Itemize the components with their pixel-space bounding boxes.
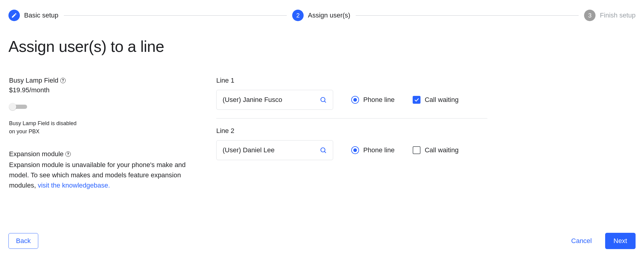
svg-point-2 [321, 148, 325, 152]
next-button[interactable]: Next [605, 233, 636, 249]
check-icon [414, 97, 419, 103]
line-1-block: Line 1 (User) Janine Fusco Phone line [216, 77, 487, 110]
back-button[interactable]: Back [8, 233, 38, 249]
step-label-finish: Finish setup [600, 11, 636, 19]
step-label-basic: Basic setup [24, 11, 58, 19]
line-1-user-picker[interactable]: (User) Janine Fusco [216, 90, 333, 110]
step-badge-future: 3 [584, 10, 596, 21]
help-icon[interactable]: ? [65, 151, 71, 157]
radio-label: Phone line [363, 96, 395, 104]
busy-lamp-section: Busy Lamp Field ? $19.95/month Busy Lamp… [9, 77, 189, 136]
step-connector [64, 15, 287, 16]
step-finish-setup: 3 Finish setup [584, 10, 636, 21]
line-2-user-picker[interactable]: (User) Daniel Lee [216, 140, 333, 160]
search-icon [320, 96, 327, 103]
line-2-label: Line 2 [216, 127, 487, 135]
line-1-phone-line-radio[interactable]: Phone line [351, 96, 395, 104]
busy-lamp-note: Busy Lamp Field is disabledon your PBX [9, 119, 189, 136]
knowledgebase-link[interactable]: visit the knowledgebase. [38, 182, 110, 189]
footer: Back Cancel Next [8, 227, 636, 249]
line-1-user-value: (User) Janine Fusco [223, 96, 282, 104]
line-2-phone-line-radio[interactable]: Phone line [351, 146, 395, 154]
setup-stepper: Basic setup 2 Assign user(s) 3 Finish se… [8, 10, 636, 21]
busy-lamp-price: $19.95/month [9, 86, 189, 94]
expansion-section: Expansion module ? Expansion module is u… [9, 150, 189, 191]
step-badge-done [8, 10, 20, 21]
line-1-call-waiting-checkbox[interactable]: Call waiting [413, 96, 459, 104]
search-icon [320, 147, 327, 154]
step-connector [356, 15, 579, 16]
expansion-heading: Expansion module ? [9, 150, 71, 158]
line-2-user-value: (User) Daniel Lee [223, 146, 274, 154]
divider [216, 118, 487, 119]
step-assign-users[interactable]: 2 Assign user(s) [292, 10, 350, 21]
pencil-icon [11, 12, 17, 18]
cancel-button[interactable]: Cancel [564, 233, 599, 249]
line-2-block: Line 2 (User) Daniel Lee Phone line Call… [216, 127, 487, 160]
svg-point-0 [321, 97, 325, 102]
help-icon[interactable]: ? [60, 78, 66, 83]
step-label-assign: Assign user(s) [308, 11, 350, 19]
busy-lamp-toggle[interactable] [9, 103, 28, 110]
radio-label: Phone line [363, 146, 395, 154]
page-title: Assign user(s) to a line [8, 37, 636, 55]
step-basic-setup[interactable]: Basic setup [8, 10, 58, 21]
line-2-call-waiting-checkbox[interactable]: Call waiting [413, 146, 459, 154]
checkbox-label: Call waiting [425, 96, 459, 104]
line-1-label: Line 1 [216, 77, 487, 84]
expansion-text: Expansion module is unavailable for your… [9, 160, 189, 191]
step-badge-active: 2 [292, 10, 304, 21]
busy-lamp-heading: Busy Lamp Field ? [9, 77, 66, 84]
checkbox-label: Call waiting [425, 146, 459, 154]
svg-line-1 [325, 101, 326, 103]
svg-line-3 [325, 152, 326, 153]
